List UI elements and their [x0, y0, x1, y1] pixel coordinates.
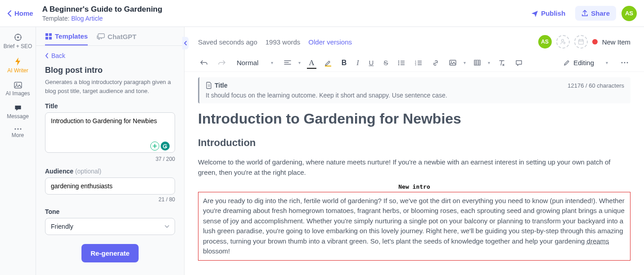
chevron-down-icon[interactable]: ▾ [464, 60, 466, 65]
share-label: Share [591, 9, 610, 17]
tab-templates-label: Templates [55, 32, 88, 40]
clear-format-button[interactable] [496, 58, 507, 68]
doc-heading-2[interactable]: Introduction [198, 137, 630, 149]
chevron-down-icon[interactable]: ▾ [488, 60, 490, 65]
italic-button[interactable]: I [355, 57, 360, 69]
add-date[interactable] [574, 35, 588, 49]
upload-icon [581, 10, 588, 17]
title-callout: Title 12176 / 60 characters It should fo… [198, 77, 630, 103]
more-button[interactable] [619, 60, 630, 66]
rail-message[interactable]: Message [2, 105, 34, 120]
title-field-label: Title [45, 102, 175, 110]
user-avatar[interactable]: AS [621, 6, 637, 21]
rail-more[interactable]: More [2, 128, 34, 138]
svg-text:3: 3 [415, 63, 416, 66]
insert-image-button[interactable] [447, 58, 458, 67]
title-callout-left: Title [206, 82, 228, 89]
image-icon [14, 82, 22, 89]
publish-label: Publish [541, 9, 565, 17]
insert-table-group: ▾ [472, 58, 490, 67]
audience-input[interactable] [45, 177, 175, 195]
rail-ai-writer[interactable]: AI Writer [2, 58, 34, 74]
panel-description: Generates a blog introductory paragraph … [45, 78, 175, 95]
svg-point-23 [624, 62, 626, 63]
bolt-icon [14, 58, 21, 66]
chevron-down-icon[interactable]: ▾ [298, 60, 301, 65]
rail-images-label: AI Images [5, 90, 30, 97]
older-versions-link[interactable]: Older versions [308, 38, 352, 46]
svg-point-22 [621, 62, 623, 63]
sidebar-body: Back Blog post intro Generates a blog in… [36, 46, 184, 275]
rail-message-label: Message [7, 113, 29, 120]
status-right: AS New Item [538, 35, 630, 49]
generated-intro-box[interactable]: Are you ready to dig into the rich, fert… [198, 192, 630, 261]
underline-button[interactable]: U [367, 57, 376, 68]
rail-writer-label: AI Writer [7, 67, 28, 74]
paragraph-style-select[interactable]: Normal ▾ [234, 57, 276, 68]
chat-icon [97, 33, 105, 40]
rail-brief-seo[interactable]: Brief + SEO [2, 33, 34, 49]
strikethrough-button[interactable]: S [382, 57, 390, 68]
intro-text-b: blossom! [203, 247, 230, 255]
svg-point-15 [398, 64, 400, 65]
word-count: 1993 words [266, 38, 301, 46]
document-title[interactable]: A Beginner's Guide to Gardening [42, 5, 527, 14]
body: Brief + SEO AI Writer AI Images Message … [0, 27, 644, 275]
back-link[interactable]: Back [45, 52, 175, 59]
editing-mode-select[interactable]: Editing ▾ [563, 59, 608, 67]
align-left-button[interactable] [282, 58, 293, 67]
add-collaborator[interactable] [556, 35, 570, 49]
grammarly-add-icon[interactable] [150, 142, 159, 151]
link-button[interactable] [430, 58, 441, 68]
editor-content[interactable]: Introduction to Gardening for Newbies In… [185, 103, 644, 275]
svg-point-3 [16, 84, 17, 85]
rail-ai-images[interactable]: AI Images [2, 82, 34, 97]
svg-point-5 [17, 128, 18, 129]
share-button[interactable]: Share [575, 6, 616, 21]
doc-heading-1[interactable]: Introduction to Gardening for Newbies [198, 111, 630, 127]
home-link[interactable]: Home [7, 9, 33, 17]
style-value: Normal [237, 59, 258, 67]
audience-counter: 21 / 80 [45, 196, 175, 203]
undo-button[interactable] [198, 58, 210, 68]
tab-chatgpt-label: ChatGPT [108, 33, 136, 40]
tab-templates[interactable]: Templates [45, 32, 88, 45]
font-color-button[interactable]: A [307, 57, 316, 69]
bullet-list-button[interactable] [396, 58, 407, 67]
numbered-list-button[interactable]: 123 [413, 58, 424, 67]
bold-button[interactable]: B [340, 57, 349, 69]
tab-chatgpt[interactable]: ChatGPT [97, 32, 136, 45]
svg-rect-10 [49, 37, 52, 40]
header-actions: Publish Share AS [527, 6, 637, 21]
grammarly-icon[interactable] [161, 142, 170, 151]
redo-button[interactable] [216, 58, 228, 68]
comment-button[interactable] [513, 58, 524, 68]
svg-rect-19 [450, 60, 456, 65]
tone-select[interactable]: Friendly [45, 218, 175, 235]
title-callout-desc: It should focus on the learning outcome.… [206, 92, 624, 99]
collaborator-avatar[interactable]: AS [538, 35, 552, 49]
highlight-button[interactable] [323, 58, 333, 68]
new-item-label[interactable]: New Item [602, 38, 630, 46]
paragraph-1[interactable]: Welcome to the world of gardening, where… [198, 157, 630, 178]
regenerate-button[interactable]: Re-generate [81, 244, 139, 262]
sidebar-collapse-handle[interactable] [182, 37, 189, 49]
svg-rect-8 [49, 33, 52, 36]
chevron-down-icon: ▾ [606, 60, 608, 65]
title-field-wrap [45, 112, 175, 154]
template-link[interactable]: Blog Article [71, 15, 103, 22]
sidebar: Templates ChatGPT Back Blog post intro G… [36, 27, 185, 275]
message-icon [14, 105, 22, 111]
insert-table-button[interactable] [472, 58, 482, 67]
svg-rect-12 [578, 40, 583, 44]
saved-status: Saved seconds ago [198, 38, 257, 46]
back-label: Back [51, 52, 65, 59]
editing-label: Editing [573, 59, 594, 67]
audience-label-text: Audience [45, 168, 73, 175]
publish-button[interactable]: Publish [527, 7, 570, 20]
svg-point-11 [561, 40, 563, 42]
svg-point-6 [20, 128, 21, 129]
dots-icon [14, 128, 22, 130]
status-bar: Saved seconds ago 1993 words Older versi… [185, 27, 644, 54]
template-line: Template: Blog Article [42, 15, 527, 22]
